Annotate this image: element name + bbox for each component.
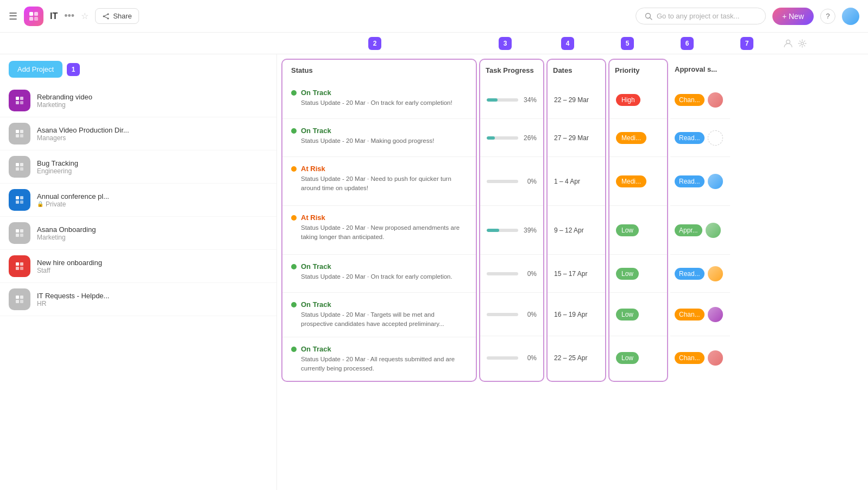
project-icon-it-requests bbox=[9, 288, 30, 310]
lock-icon: 🔒 bbox=[37, 201, 43, 207]
sidebar-item-asana-video[interactable]: Asana Video Production Dir... Managers bbox=[0, 117, 276, 150]
approval-cell-2: Read... bbox=[670, 157, 730, 206]
status-label-4: On Track bbox=[301, 262, 452, 271]
status-cell-1: On Track Status Update - 20 Mar · Making… bbox=[282, 119, 476, 157]
progress-fill-1 bbox=[487, 136, 495, 140]
progress-cell-1: 26% bbox=[480, 119, 543, 157]
progress-pct-3: 39% bbox=[521, 227, 537, 234]
status-content-0: On Track Status Update - 20 Mar · On tra… bbox=[301, 89, 452, 108]
status-col-header: Status bbox=[281, 59, 477, 81]
project-name-it-requests: IT Requests - Helpde... bbox=[37, 292, 268, 300]
svg-rect-37 bbox=[16, 296, 19, 299]
favorite-icon[interactable]: ☆ bbox=[81, 11, 89, 21]
dates-cell-4: 15 – 17 Apr bbox=[548, 255, 605, 293]
col-num-5: 5 bbox=[621, 37, 634, 50]
svg-rect-23 bbox=[16, 167, 19, 171]
svg-rect-40 bbox=[20, 300, 23, 303]
status-content-4: On Track Status Update - 20 Mar · On tra… bbox=[301, 262, 452, 281]
svg-rect-18 bbox=[20, 130, 23, 133]
header: ☰ IT ••• ☆ Share Go to any project or ta… bbox=[0, 0, 868, 33]
priority-badge-3: Low bbox=[616, 224, 639, 236]
person-icon[interactable] bbox=[783, 39, 793, 48]
sidebar-item-it-requests[interactable]: IT Requests - Helpde... HR bbox=[0, 283, 276, 316]
status-dot-5 bbox=[291, 302, 297, 307]
approval-cell-6: Chan... bbox=[670, 336, 730, 380]
user-avatar[interactable] bbox=[842, 8, 859, 25]
svg-rect-32 bbox=[20, 234, 23, 237]
progress-bg-0 bbox=[487, 98, 518, 102]
status-dot-0 bbox=[291, 90, 297, 96]
status-content-1: On Track Status Update - 20 Mar · Making… bbox=[301, 127, 434, 146]
progress-bg-4 bbox=[487, 272, 518, 275]
progress-bar-1: 26% bbox=[487, 134, 537, 142]
project-info-asana-onboard: Asana Onboarding Marketing bbox=[37, 225, 268, 241]
progress-cell-0: 34% bbox=[480, 81, 543, 119]
sidebar-item-new-hire[interactable]: New hire onboarding Staff bbox=[0, 250, 276, 283]
share-button[interactable]: Share bbox=[95, 8, 139, 24]
project-info-it-requests: IT Requests - Helpde... HR bbox=[37, 292, 268, 307]
dates-cell-1: 27 – 29 Mar bbox=[548, 119, 605, 157]
status-update-6: Status Update - 20 Mar · All requests su… bbox=[301, 355, 467, 374]
svg-rect-30 bbox=[20, 229, 23, 233]
status-cell-5: On Track Status Update - 20 Mar · Target… bbox=[282, 293, 476, 337]
sidebar-item-bug-tracking[interactable]: Bug Tracking Engineering bbox=[0, 150, 276, 184]
project-icon-bug-tracking bbox=[9, 156, 30, 178]
status-update-4: Status Update - 20 Mar · On track for ea… bbox=[301, 272, 452, 281]
new-button[interactable]: + New bbox=[772, 8, 814, 25]
priority-badge-6: Low bbox=[616, 352, 639, 364]
status-label-0: On Track bbox=[301, 89, 452, 97]
status-dot-2 bbox=[291, 166, 297, 172]
approval-avatar-1 bbox=[708, 130, 723, 146]
sidebar-item-annual-conf[interactable]: Annual conference pl... 🔒Private bbox=[0, 184, 276, 217]
app-logo bbox=[24, 7, 43, 26]
priority-badge-4: Low bbox=[616, 268, 639, 280]
status-content-3: At Risk Status Update - 20 Mar · New pro… bbox=[301, 213, 467, 242]
menu-icon[interactable]: ☰ bbox=[9, 10, 17, 22]
more-options-icon[interactable]: ••• bbox=[64, 10, 74, 22]
help-button[interactable]: ? bbox=[820, 9, 835, 24]
sidebar-item-rebranding[interactable]: Rebranding video Marketing bbox=[0, 84, 276, 117]
svg-rect-22 bbox=[20, 163, 23, 166]
project-list: Rebranding video Marketing Asana Video P… bbox=[0, 84, 276, 316]
svg-rect-13 bbox=[16, 97, 19, 100]
progress-cell-6: 0% bbox=[480, 336, 543, 380]
svg-rect-2 bbox=[29, 17, 33, 21]
svg-rect-24 bbox=[20, 167, 23, 171]
project-info-rebranding: Rebranding video Marketing bbox=[37, 93, 268, 109]
status-dot-4 bbox=[291, 264, 297, 269]
status-column: On Track Status Update - 20 Mar · On tra… bbox=[281, 81, 477, 382]
svg-rect-15 bbox=[16, 101, 19, 104]
svg-rect-14 bbox=[20, 97, 23, 100]
project-sub-asana-onboard: Marketing bbox=[37, 234, 268, 241]
approval-avatar-2 bbox=[708, 174, 723, 189]
svg-rect-19 bbox=[16, 134, 19, 137]
approval-badge-4: Read... bbox=[675, 268, 705, 280]
approval-cell-3: Appr... bbox=[670, 206, 730, 255]
approval-avatar-5 bbox=[708, 307, 723, 322]
project-name-annual-conf: Annual conference pl... bbox=[37, 192, 268, 200]
priority-badge-1: Medi... bbox=[616, 132, 646, 144]
svg-rect-27 bbox=[16, 200, 19, 204]
search-bar[interactable]: Go to any project or task... bbox=[636, 8, 766, 24]
project-name-rebranding: Rebranding video bbox=[37, 93, 268, 101]
svg-rect-21 bbox=[16, 163, 19, 166]
svg-rect-3 bbox=[34, 17, 38, 21]
share-label: Share bbox=[113, 12, 132, 20]
approval-badge-2: Read... bbox=[675, 175, 705, 187]
sidebar-item-asana-onboard[interactable]: Asana Onboarding Marketing bbox=[0, 217, 276, 250]
status-dot-3 bbox=[291, 215, 297, 221]
progress-cell-5: 0% bbox=[480, 293, 543, 336]
status-label-6: On Track bbox=[301, 345, 467, 353]
status-dot-1 bbox=[291, 128, 297, 134]
status-label-3: At Risk bbox=[301, 213, 467, 222]
add-project-button[interactable]: Add Project bbox=[9, 61, 62, 78]
project-icon-rebranding bbox=[9, 90, 30, 111]
svg-rect-26 bbox=[20, 196, 23, 199]
svg-rect-29 bbox=[16, 229, 19, 233]
approval-badge-6: Chan... bbox=[675, 352, 705, 364]
svg-rect-39 bbox=[16, 300, 19, 303]
approval-badge-3: Appr... bbox=[675, 224, 702, 236]
settings-icon[interactable] bbox=[797, 39, 807, 48]
project-icon-asana-onboard bbox=[9, 222, 30, 244]
svg-rect-35 bbox=[16, 267, 19, 270]
